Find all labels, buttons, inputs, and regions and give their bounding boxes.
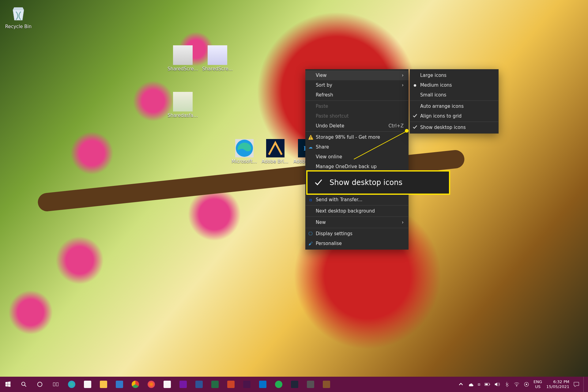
onedrive-icon: ☁ [308,145,313,149]
tray-onedrive-icon[interactable] [468,382,473,387]
svg-rect-4 [56,383,58,386]
menu-label: Large icons [420,73,447,78]
cortana-button[interactable] [32,377,48,392]
start-button[interactable] [0,377,16,392]
task-view-button[interactable] [48,377,64,392]
submenu-medium-icons[interactable]: Medium icons [410,80,499,90]
taskbar-app-slack[interactable] [239,377,255,392]
taskbar-app-store[interactable] [80,377,96,392]
taskbar-app-firefox[interactable] [143,377,159,392]
menu-label: Share [316,144,329,150]
menu-storage[interactable]: ⚠️ Storage 98% full - Get more [305,132,409,142]
svg-point-1 [22,382,25,386]
menu-label: Paste shortcut [316,113,349,119]
dropbox-icon: ⧈ [308,197,313,202]
annotation-label: Show desktop icons [330,178,402,187]
tray-volume-icon[interactable] [494,382,500,387]
menu-sort-by[interactable]: Sort by › [305,80,409,90]
taskbar-app-onenote[interactable] [175,377,191,392]
taskbar-app-word[interactable] [191,377,207,392]
separator [306,217,408,217]
submenu-small-icons[interactable]: Small icons [410,90,499,100]
file-thumbnail-icon [173,45,193,65]
menu-send-transfer[interactable]: ⧈ Send with Transfer... [305,195,409,205]
app-bridge[interactable]: Adobe Bridge [262,139,289,164]
warning-icon: ⚠️ [308,135,313,140]
clock-time: 6:32 PM [546,379,569,384]
menu-view[interactable]: View › [305,70,409,80]
menu-label: Align icons to grid [420,113,462,119]
menu-personalise[interactable]: 🖌 Personalise [305,239,409,248]
taskbar-app-spotify[interactable] [271,377,287,392]
tray-clock[interactable]: 6:32 PM 15/05/2021 [546,379,569,389]
task-view-icon [52,381,59,388]
menu-label: Paste [316,104,328,109]
tray-language[interactable]: ENG US [533,379,542,389]
tray-bluetooth-icon[interactable] [504,382,510,387]
annotation-callout: Show desktop icons [306,170,450,195]
recycle-bin[interactable]: Recycle Bin [3,3,34,29]
taskbar-app-explorer[interactable] [96,377,111,392]
search-icon [21,381,27,388]
taskbar-app-edge[interactable] [64,377,80,392]
app-label: Microsoft Edge [232,159,257,164]
taskbar-app-mail[interactable] [111,377,127,392]
menu-label: New [316,220,326,225]
tray-dropbox-icon[interactable]: ⧈ [478,382,480,387]
menu-paste: Paste [305,101,409,111]
tray-wifi-icon[interactable] [514,382,519,387]
menu-label: Undo Delete [316,123,344,129]
taskbar-app-generic-2[interactable] [318,377,334,392]
app-edge[interactable]: Microsoft Edge [232,139,257,164]
menu-paste-shortcut: Paste shortcut [305,111,409,121]
check-icon [412,125,418,130]
recycle-bin-label: Recycle Bin [3,24,34,29]
edge-icon [235,139,254,157]
menu-label: Storage 98% full - Get more [316,134,380,140]
submenu-show-desktop-icons[interactable]: Show desktop icons [410,123,499,132]
separator [306,131,408,132]
svg-rect-7 [485,384,488,385]
submenu-auto-arrange[interactable]: Auto arrange icons [410,101,499,111]
menu-label: Send with Transfer... [316,197,362,202]
menu-refresh[interactable]: Refresh [305,90,409,100]
search-button[interactable] [16,377,32,392]
file-shared-1[interactable]: SharedScre... [168,45,198,72]
file-shared-2[interactable]: SharedScre... [202,45,233,72]
system-tray: ⧈ ENG US 6:32 PM 15/05/2021 [458,377,588,392]
menu-share[interactable]: ☁ Share [305,142,409,152]
taskbar-app-todo[interactable] [159,377,175,392]
svg-point-2 [38,382,42,387]
menu-label: Display settings [316,231,352,236]
menu-label: Next desktop background [316,208,375,214]
taskbar-app-powerpoint[interactable] [223,377,239,392]
menu-display-settings[interactable]: 🖵 Display settings [305,229,409,239]
submenu-align-grid[interactable]: Align icons to grid [410,111,499,121]
separator [306,100,408,101]
menu-label: Show desktop icons [420,125,466,130]
submenu-large-icons[interactable]: Large icons [410,70,499,80]
menu-undo-delete[interactable]: Undo Delete Ctrl+Z [305,121,409,131]
taskbar-app-vscode[interactable] [255,377,271,392]
taskbar-app-steam[interactable] [287,377,303,392]
cortana-icon [36,381,43,388]
tray-overflow[interactable] [458,382,464,387]
menu-label: Small icons [420,92,446,98]
check-icon [314,178,323,187]
file-label: SharedScre... [168,66,198,72]
show-desktop-button[interactable] [583,377,586,392]
file-shared-3[interactable]: Sharedasfas... [168,92,198,118]
menu-new[interactable]: New › [305,217,409,227]
file-label: SharedScre... [202,66,233,72]
menu-label: Sort by [316,82,332,88]
menu-label: Medium icons [420,82,452,88]
tray-notifications-icon[interactable] [574,382,579,387]
menu-next-background[interactable]: Next desktop background [305,206,409,216]
taskbar-app-excel[interactable] [207,377,223,392]
taskbar-app-chrome[interactable] [127,377,143,392]
file-thumbnail-icon [173,92,193,111]
menu-label: Manage OneDrive back up [316,164,377,169]
tray-location-icon[interactable] [524,382,529,387]
taskbar-app-generic-1[interactable] [303,377,318,392]
tray-battery-icon[interactable] [484,382,490,387]
